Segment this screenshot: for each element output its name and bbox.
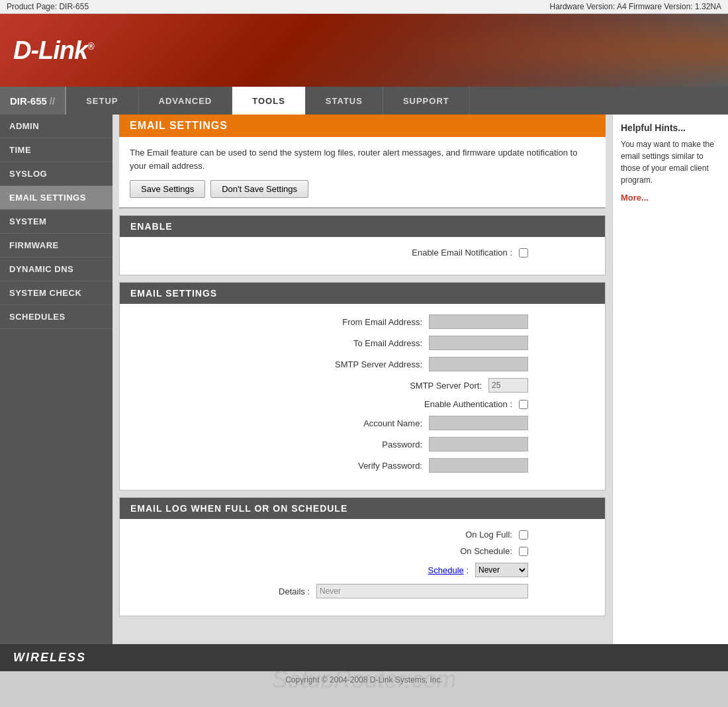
on-log-full-row: On Log Full: — [130, 530, 594, 540]
dont-save-settings-button[interactable]: Don't Save Settings — [210, 180, 308, 198]
on-schedule-label: On Schedule: — [380, 546, 512, 556]
to-email-label: To Email Address: — [290, 338, 422, 348]
schedule-label: Schedule : — [336, 565, 469, 575]
password-row: Password: — [130, 437, 594, 451]
enable-section-body: Enable Email Notification : — [120, 237, 605, 275]
footer-bar: WIRELESS — [0, 644, 728, 671]
schedule-select[interactable]: Never — [475, 563, 528, 577]
tab-support[interactable]: SUPPORT — [383, 87, 470, 115]
product-page-label: Product Page: DIR-655 — [7, 2, 89, 11]
sidebar-item-system-check[interactable]: SYSTEM CHECK — [0, 281, 113, 305]
hints-body: You may want to make the email settings … — [621, 138, 720, 186]
nav-model: DIR-655 // — [0, 87, 66, 115]
header: D-Link® — [0, 14, 728, 87]
smtp-port-input[interactable] — [488, 378, 528, 393]
email-log-section: EMAIL LOG WHEN FULL OR ON SCHEDULE On Lo… — [119, 497, 606, 616]
sidebar-item-firmware[interactable]: FIRMWARE — [0, 234, 113, 258]
sidebar-item-system[interactable]: SYSTEM — [0, 210, 113, 234]
on-log-full-checkbox[interactable] — [519, 530, 528, 540]
main-content: EMAIL SETTINGS The Email feature can be … — [113, 115, 612, 644]
verify-password-row: Verify Password: — [130, 458, 594, 473]
account-name-label: Account Name: — [290, 418, 422, 428]
page-description: The Email feature can be used to send th… — [130, 146, 595, 172]
right-panel: Helpful Hints... You may want to make th… — [612, 115, 728, 644]
sidebar-item-admin[interactable]: ADMIN — [0, 115, 113, 138]
save-settings-button[interactable]: Save Settings — [130, 180, 205, 198]
sidebar-item-syslog[interactable]: SYSLOG — [0, 162, 113, 186]
email-settings-section: EMAIL SETTINGS From Email Address: To Em… — [119, 282, 606, 491]
enable-email-row: Enable Email Notification : — [130, 248, 594, 258]
copyright-text: Copyright © 2004-2008 D-Link Systems, In… — [285, 675, 443, 684]
button-row: Save Settings Don't Save Settings — [130, 180, 595, 198]
from-email-label: From Email Address: — [290, 317, 422, 327]
enable-section: ENABLE Enable Email Notification : — [119, 215, 606, 275]
password-input[interactable] — [429, 437, 528, 451]
wireless-label: WIRELESS — [13, 651, 86, 664]
details-input — [316, 584, 528, 598]
on-log-full-label: On Log Full: — [380, 530, 512, 540]
version-info: Hardware Version: A4 Firmware Version: 1… — [550, 2, 721, 11]
enable-email-label: Enable Email Notification : — [380, 248, 512, 258]
smtp-server-row: SMTP Server Address: — [130, 357, 594, 371]
sidebar: ADMIN TIME SYSLOG EMAIL SETTINGS SYSTEM … — [0, 115, 113, 644]
email-settings-body: From Email Address: To Email Address: SM… — [120, 304, 605, 490]
enable-section-header: ENABLE — [120, 216, 605, 237]
main-layout: ADMIN TIME SYSLOG EMAIL SETTINGS SYSTEM … — [0, 115, 728, 644]
on-schedule-row: On Schedule: — [130, 546, 594, 556]
password-label: Password: — [290, 440, 422, 449]
to-email-row: To Email Address: — [130, 336, 594, 350]
details-label: Details : — [177, 587, 310, 596]
schedule-link[interactable]: Schedule — [428, 565, 464, 575]
top-bar: Product Page: DIR-655 Hardware Version: … — [0, 0, 728, 14]
sidebar-item-dynamic-dns[interactable]: DYNAMIC DNS — [0, 258, 113, 281]
tab-status[interactable]: STATUS — [306, 87, 383, 115]
nav-slashes: // — [50, 95, 55, 107]
email-settings-header: EMAIL SETTINGS — [120, 283, 605, 304]
to-email-input[interactable] — [429, 336, 528, 350]
details-row: Details : — [130, 584, 594, 598]
account-name-row: Account Name: — [130, 416, 594, 430]
smtp-port-row: SMTP Server Port: — [130, 378, 594, 393]
schedule-row: Schedule : Never — [130, 563, 594, 577]
page-body: The Email feature can be used to send th… — [119, 137, 606, 209]
dlink-logo: D-Link® — [13, 36, 94, 65]
verify-password-label: Verify Password: — [290, 461, 422, 471]
email-log-body: On Log Full: On Schedule: Schedule : Nev… — [120, 519, 605, 616]
enable-email-checkbox[interactable] — [519, 248, 528, 258]
tab-tools[interactable]: TOOLS — [232, 87, 306, 115]
email-log-header: EMAIL LOG WHEN FULL OR ON SCHEDULE — [120, 498, 605, 519]
hints-more-link[interactable]: More... — [621, 193, 649, 203]
sidebar-item-time[interactable]: TIME — [0, 138, 113, 162]
tab-setup[interactable]: SETUP — [66, 87, 138, 115]
nav-bar: DIR-655 // SETUP ADVANCED TOOLS STATUS S… — [0, 87, 728, 115]
sidebar-item-email-settings[interactable]: EMAIL SETTINGS — [0, 186, 113, 210]
smtp-port-label: SMTP Server Port: — [349, 381, 482, 391]
sidebar-item-schedules[interactable]: SCHEDULES — [0, 305, 113, 329]
smtp-server-input[interactable] — [429, 357, 528, 371]
enable-auth-row: Enable Authentication : — [130, 399, 594, 409]
on-schedule-checkbox[interactable] — [519, 547, 528, 556]
from-email-row: From Email Address: — [130, 314, 594, 329]
enable-auth-label: Enable Authentication : — [380, 399, 512, 409]
account-name-input[interactable] — [429, 416, 528, 430]
verify-password-input[interactable] — [429, 458, 528, 473]
hints-title: Helpful Hints... — [621, 122, 720, 133]
page-title: EMAIL SETTINGS — [119, 115, 606, 137]
tab-advanced[interactable]: ADVANCED — [139, 87, 233, 115]
from-email-input[interactable] — [429, 314, 528, 329]
enable-auth-checkbox[interactable] — [519, 400, 528, 409]
nav-tabs: SETUP ADVANCED TOOLS STATUS SUPPORT — [66, 87, 728, 115]
copyright-bar: SetupRouter.com Copyright © 2004-2008 D-… — [0, 671, 728, 688]
logo-text: D-Link® — [13, 36, 94, 64]
smtp-server-label: SMTP Server Address: — [290, 359, 422, 369]
content-wrapper: EMAIL SETTINGS The Email feature can be … — [113, 115, 728, 644]
